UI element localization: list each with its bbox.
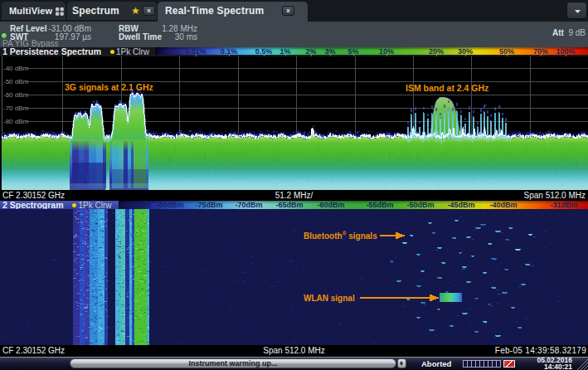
svg-text:-60 dBm: -60 dBm [3,91,29,99]
svg-text:-40 dBm: -40 dBm [3,65,29,72]
svg-text:3G signals at 2.1 GHz: 3G signals at 2.1 GHz [65,82,153,92]
svg-text:-50 dBm: -50 dBm [3,78,29,85]
svg-text:Bluetooth® signals: Bluetooth® signals [304,231,377,241]
svg-text:-80 dBm: -80 dBm [3,118,29,125]
svg-text:WLAN signal: WLAN signal [304,294,355,303]
svg-text:ISM band at 2.4 GHz: ISM band at 2.4 GHz [406,83,488,93]
svg-text:-70 dBm: -70 dBm [3,105,29,112]
